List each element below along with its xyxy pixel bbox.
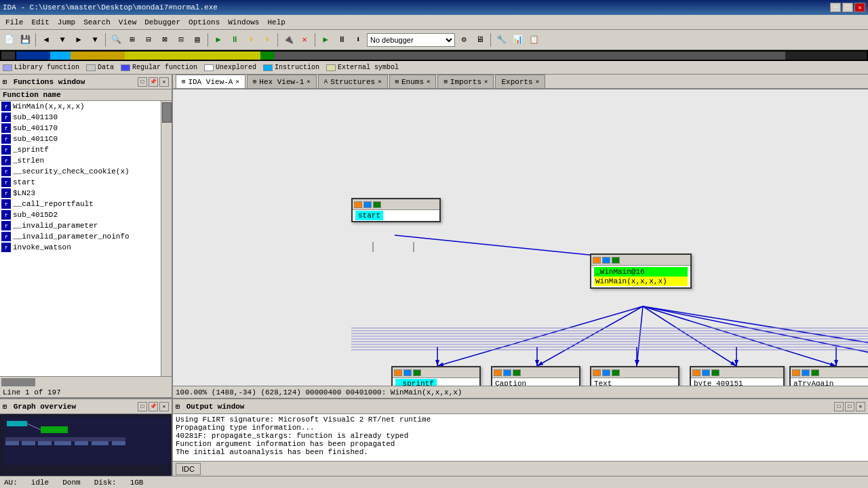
- func-icon: f: [1, 102, 11, 111]
- forward-dropdown[interactable]: ▼: [87, 33, 102, 47]
- sep2: [105, 33, 106, 47]
- back-button[interactable]: ◀: [39, 33, 54, 47]
- save-button[interactable]: 💾: [18, 33, 33, 47]
- func-sub4011c0[interactable]: f sub_4011C0: [0, 134, 161, 144]
- menu-debugger[interactable]: Debugger: [140, 17, 184, 28]
- tab-exports-close[interactable]: ✕: [536, 78, 539, 85]
- nav-button3[interactable]: ⊟: [141, 33, 156, 47]
- menu-search[interactable]: Search: [79, 17, 115, 28]
- tab-ida-view-a-close[interactable]: ✕: [235, 78, 239, 85]
- idc-button[interactable]: IDC: [176, 463, 201, 475]
- func-invoke-watson[interactable]: f invoke_watson: [0, 242, 161, 253]
- node-sprintf-label: _sprintf: [395, 379, 437, 386]
- output-close-button[interactable]: ✕: [856, 402, 865, 411]
- functions-hscrollbar[interactable]: [0, 376, 172, 387]
- node-atryagain[interactable]: aTryAgain: [789, 366, 868, 386]
- settings-btn1[interactable]: ⚙: [456, 33, 471, 47]
- plugin-mgr[interactable]: 🔧: [494, 33, 509, 47]
- new-button[interactable]: 📄: [1, 33, 16, 47]
- debugger-select[interactable]: No debugger: [367, 33, 455, 47]
- svg-line-3: [537, 306, 643, 366]
- func-sub401130[interactable]: f sub_401130: [0, 112, 161, 123]
- func-ln23[interactable]: f $LN23: [0, 188, 161, 199]
- run-button[interactable]: ▶: [211, 33, 226, 47]
- sep6: [490, 33, 491, 47]
- main-area: ⊞ Functions window □ 📌 ✕ Function name f…: [0, 75, 868, 398]
- skip-button[interactable]: ⏸: [227, 33, 242, 47]
- menu-view[interactable]: View: [115, 17, 140, 28]
- minimize-button[interactable]: ─: [830, 3, 841, 12]
- settings-btn2[interactable]: 🖥: [473, 33, 488, 47]
- pause-button[interactable]: ⏸: [334, 33, 349, 47]
- go-close-button[interactable]: ✕: [159, 402, 169, 411]
- tab-imports[interactable]: ⊞ Imports ✕: [437, 75, 494, 88]
- plugin-button[interactable]: 🔌: [281, 33, 296, 47]
- node-byte-label: byte_409151: [694, 380, 743, 386]
- go-pin-button[interactable]: 📌: [149, 402, 158, 411]
- tab-ida-view-a[interactable]: ⊞ IDA View-A ✕: [176, 75, 245, 88]
- nav-button1[interactable]: 🔍: [108, 33, 123, 47]
- tab-imports-close[interactable]: ✕: [484, 78, 488, 85]
- graph-overview-content[interactable]: [0, 414, 172, 476]
- func-sub401170[interactable]: f sub_401170: [0, 123, 161, 134]
- forward-button[interactable]: ▶: [71, 33, 86, 47]
- func-invalid-param[interactable]: f __invalid_parameter: [0, 220, 161, 231]
- extra-btn2[interactable]: 📋: [526, 33, 541, 47]
- menu-help[interactable]: Help: [263, 17, 289, 28]
- maximize-button[interactable]: □: [842, 3, 853, 12]
- tab-enums[interactable]: ⊞ Enums ✕: [389, 75, 437, 88]
- legend-library-color: [3, 64, 12, 71]
- func-strlen[interactable]: f _strlen: [0, 155, 161, 166]
- func-sub401170-label: sub_401170: [13, 124, 58, 132]
- nav-button5[interactable]: ⊡: [174, 33, 189, 47]
- close-button[interactable]: ✕: [854, 3, 865, 12]
- title-bar: IDA - C:\Users\master\Desktop\mondai7#no…: [0, 0, 868, 15]
- go-float-button[interactable]: □: [138, 402, 147, 411]
- output-max-button[interactable]: □: [845, 402, 854, 411]
- bp-button[interactable]: ⬇: [260, 33, 275, 47]
- node-text[interactable]: Text: [590, 366, 679, 386]
- tab-hex-view[interactable]: ⊞ Hex View-1 ✕: [247, 75, 317, 88]
- nav-button2[interactable]: ⊞: [125, 33, 140, 47]
- func-winmain[interactable]: f WinMain(x,x,x,x): [0, 101, 161, 112]
- func-callreport[interactable]: f __call_reportfault: [0, 199, 161, 209]
- functions-close-button[interactable]: ✕: [159, 77, 169, 87]
- menu-edit[interactable]: Edit: [27, 17, 53, 28]
- functions-pin-button[interactable]: 📌: [149, 77, 158, 87]
- tab-exports-label: Exports: [501, 78, 532, 86]
- node-start[interactable]: start: [351, 198, 441, 222]
- menu-windows[interactable]: Windows: [224, 17, 263, 28]
- menu-file[interactable]: File: [1, 17, 27, 28]
- step-button[interactable]: ⬇: [243, 33, 258, 47]
- menu-options[interactable]: Options: [184, 17, 224, 28]
- back-dropdown[interactable]: ▼: [55, 33, 70, 47]
- output-float-button[interactable]: □: [834, 402, 844, 411]
- node-sprintf[interactable]: _sprintf: [391, 366, 481, 386]
- node-caption[interactable]: Caption: [491, 366, 580, 386]
- tab-structures-close[interactable]: ✕: [378, 78, 381, 85]
- func-invalid-param-noinfo[interactable]: f __invalid_parameter_noinfo: [0, 231, 161, 242]
- tab-enums-close[interactable]: ✕: [427, 78, 430, 85]
- tab-exports[interactable]: Exports ✕: [495, 75, 545, 88]
- stop-button[interactable]: ✕: [297, 33, 312, 47]
- node-text-label: Text: [594, 380, 612, 386]
- functions-scrollbar[interactable]: [161, 101, 172, 376]
- func-start[interactable]: f start: [0, 177, 161, 188]
- func-security[interactable]: f __security_check_cookie(x): [0, 166, 161, 177]
- extra-btn1[interactable]: 📊: [510, 33, 525, 47]
- node-byte[interactable]: byte_409151: [690, 366, 785, 386]
- play-button[interactable]: ▶: [318, 33, 333, 47]
- func-sprintf[interactable]: f _sprintf: [0, 144, 161, 155]
- tab-structures[interactable]: A Structures ✕: [318, 75, 388, 88]
- tab-hex-view-close[interactable]: ✕: [307, 78, 310, 85]
- functions-float-button[interactable]: □: [138, 77, 147, 87]
- nav-button4[interactable]: ⊠: [157, 33, 172, 47]
- sep5: [315, 33, 315, 47]
- graph-view[interactable]: start _WinMain@16 WinMain(x,x,x,x): [173, 89, 868, 386]
- func-sub4015d2[interactable]: f sub_4015D2: [0, 209, 161, 220]
- node-winmain[interactable]: _WinMain@16 WinMain(x,x,x,x): [590, 253, 692, 289]
- nav-button6[interactable]: ▤: [190, 33, 205, 47]
- output-line-3: 40281F: propagate_stkargs: function is a…: [176, 432, 865, 440]
- step-into-button[interactable]: ⬇: [351, 33, 366, 47]
- menu-jump[interactable]: Jump: [54, 17, 79, 28]
